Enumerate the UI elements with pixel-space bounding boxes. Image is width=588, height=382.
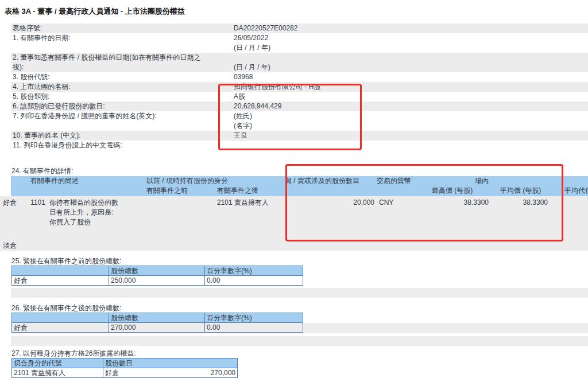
cell-position-shares: 好倉 270,000: [103, 368, 238, 378]
field-value: DA20220527E00282: [234, 24, 588, 33]
col-header-percent: 百分率數字(%): [205, 313, 303, 323]
field-label: 3. 股份代號:: [13, 72, 234, 82]
cell-event-description: 你持有權益的股份的數 目有所上升，原因是: 你買入了股份: [49, 196, 146, 227]
col-header-brief: 有關事件的簡述: [30, 176, 146, 186]
section25-label: 25. 緊接在有關事件之前的股份總數:: [11, 256, 588, 266]
col-header-percent: 百分率數字(%): [205, 266, 303, 276]
col-header-after: 有關事件之後: [217, 186, 285, 196]
table-header-row: 股份總數 百分率數字(%): [12, 266, 303, 276]
cell-percent: 0.00: [205, 323, 303, 333]
table-row: 好倉 270,000 0.00: [12, 323, 303, 333]
table-capacity-held: 切合身分的代號 股份數目 2101 實益擁有人 好倉 270,000: [11, 358, 238, 378]
col-header-share-count: 股份數目: [103, 358, 238, 368]
cell-total-shares: 270,000: [109, 323, 205, 333]
cell-position: 好倉: [12, 323, 109, 333]
cell-share-count: 270,000: [211, 368, 235, 377]
row-stripe: [11, 288, 588, 298]
field-row-serial: 表格序號: DA20220527E00282: [11, 24, 588, 33]
table-row: 好倉 250,000 0.00: [12, 276, 303, 286]
col-header-capacity-code: 切合身分的代號: [12, 358, 103, 368]
annotation-rectangle-transaction-details: [285, 164, 563, 241]
position-shares-split: 好倉 270,000: [105, 368, 235, 377]
field-label: 10. 董事的姓名 (中文):: [13, 131, 234, 141]
section27-label: 27. 以何種身分持有方格26所披露的權益:: [11, 349, 588, 358]
cell-percent: 0.00: [205, 276, 303, 286]
field-row-aware-date: 2. 董事知悉有關事件 / 股份權益的日期(如在有關事件的日期之 後): (日 …: [11, 53, 588, 72]
table-total-after-wrap: 股份總數 百分率數字(%) 好倉 270,000 0.00: [0, 313, 588, 333]
cell-capacity-after: 2101 實益擁有人: [217, 196, 285, 227]
col-header-empty: [12, 313, 109, 323]
cell-position: 好倉: [3, 196, 30, 227]
cell-event-code: 1101: [30, 196, 49, 227]
field-label: 11. 列印在香港身份證上的中文電碼:: [13, 141, 234, 150]
field-row-event-date: 1. 有關事件的日期: 26/05/2022 (日 / 月 / 年): [11, 33, 588, 53]
field-label: 7. 列印在香港身份證 / 護照的董事的姓名(英文):: [13, 111, 234, 131]
annotation-rectangle-corporation-details: [218, 84, 362, 150]
field-label: 5. 股份類別:: [13, 92, 234, 102]
col-header-total-shares: 股份總數: [109, 313, 205, 323]
cell-capacity: 2101 實益擁有人: [12, 368, 103, 378]
field-label: 1. 有關事件的日期:: [13, 33, 234, 53]
disclosure-form-page: 表格 3A - 董事 / 最高行政人員通知 - 上市法團股份權益 表格序號: D…: [0, 0, 588, 382]
field-value: 03968: [234, 72, 588, 82]
col-header-empty: [12, 266, 109, 276]
field-value: (日 / 月 / 年): [234, 63, 588, 72]
col-header-total-shares: 股份總數: [109, 266, 205, 276]
page-title: 表格 3A - 董事 / 最高行政人員通知 - 上市法團股份權益: [5, 7, 588, 16]
field-label: 表格序號:: [13, 24, 234, 33]
field-value: 26/05/2022 (日 / 月 / 年): [234, 33, 588, 53]
col-header-before: 有關事件之前: [146, 186, 217, 196]
col-header-capacity-group: 以前 / 現時持有股份的身分: [146, 176, 285, 186]
cell-position: 好倉: [105, 368, 119, 377]
cell-position: 好倉: [12, 276, 109, 286]
table-total-before: 股份總數 百分率數字(%) 好倉 250,000 0.00: [11, 266, 303, 286]
cell-total-shares: 250,000: [109, 276, 205, 286]
field-label: 2. 董事知悉有關事件 / 股份權益的日期(如在有關事件的日期之 後):: [13, 53, 234, 72]
table-header-row: 股份總數 百分率數字(%): [12, 313, 303, 323]
table-header-row: 切合身分的代號 股份數目: [12, 358, 238, 368]
field-row-stock-code: 3. 股份代號: 03968: [11, 72, 588, 82]
table-row: 2101 實益擁有人 好倉 270,000: [12, 368, 238, 378]
row-stripe: [11, 336, 588, 346]
field-label: 6. 該類別的已發行股份的數目:: [13, 102, 234, 111]
short-position-label: 淡倉: [3, 241, 588, 251]
field-label: 4. 上市法團的名稱:: [13, 82, 234, 92]
table-total-after: 股份總數 百分率數字(%) 好倉 270,000 0.00: [11, 313, 303, 333]
section26-label: 26. 緊接在有關事件之後的股份總數:: [11, 303, 588, 313]
